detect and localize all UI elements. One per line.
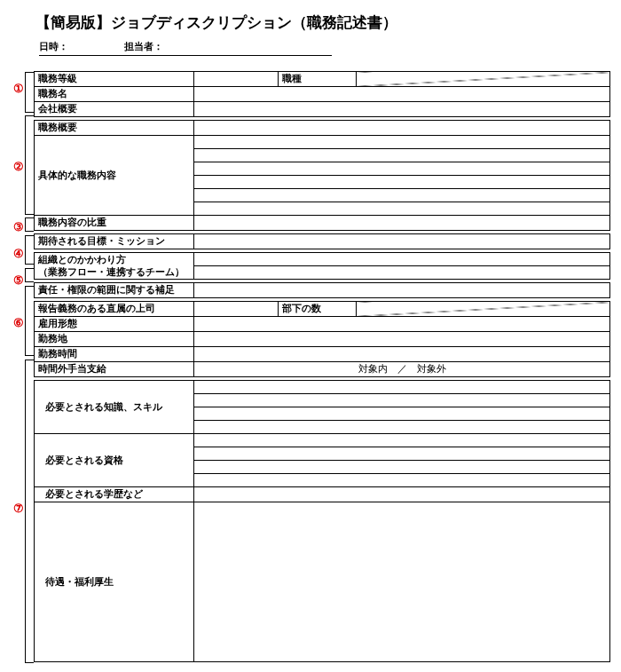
- row-company-value: [194, 102, 610, 117]
- date-label: 日時：: [39, 41, 68, 51]
- row-detail-2: [194, 149, 610, 162]
- row-relation-sub: （業務フロー・連携するチーム）: [38, 266, 190, 279]
- bracket-3: [25, 217, 34, 232]
- section-6: 報告義務のある直属の上司 部下の数 雇用形態 勤務地 勤務時間 時間外手当支給 …: [34, 301, 610, 377]
- row-knowledge-1: [194, 381, 610, 394]
- row-qualification-3: [194, 461, 610, 474]
- row-mission-label: 期待される目標・ミッション: [35, 234, 194, 249]
- row-welfare-label: 待遇・福利厚生: [35, 502, 194, 662]
- row-authority-label: 責任・権限の範囲に関する補足: [35, 283, 194, 298]
- bracket-2: [25, 115, 34, 215]
- section-1: 職務等級 職種 職務名 会社概要: [34, 71, 610, 117]
- row-qualification-2: [194, 447, 610, 461]
- row-education-label: 必要とされる学歴など: [35, 487, 194, 502]
- row-qualification-1: [194, 434, 610, 447]
- row-detail-1: [194, 136, 610, 149]
- row-knowledge-2: [194, 394, 610, 407]
- row-qualification-label: 必要とされる資格: [35, 434, 194, 487]
- row-overview-label: 職務概要: [35, 121, 194, 136]
- section-4: 組織とのかかわり方 （業務フロー・連携するチーム）: [34, 252, 610, 280]
- row-knowledge-3: [194, 407, 610, 421]
- row-subordinates-value: [357, 302, 610, 317]
- row-detail-4: [194, 176, 610, 189]
- row-location-label: 勤務地: [35, 332, 194, 347]
- row-relation-main: 組織とのかかわり方: [38, 254, 190, 266]
- row-company-label: 会社概要: [35, 102, 194, 117]
- row-name-value: [194, 87, 610, 102]
- row-grade-label: 職務等級: [35, 72, 194, 87]
- row-type-label: 職種: [279, 72, 357, 87]
- section-5: 責任・権限の範囲に関する補足: [34, 282, 610, 298]
- row-subordinates-label: 部下の数: [279, 302, 357, 317]
- row-detail-5: [194, 189, 610, 202]
- row-weight-label: 職務内容の比重: [35, 216, 194, 231]
- row-boss-value: [194, 302, 279, 317]
- meta-line: 日時： 担当者：: [0, 33, 621, 56]
- row-detail-3: [194, 162, 610, 176]
- row-mission-value: [194, 234, 610, 249]
- row-qualification-4: [194, 474, 610, 487]
- row-overtime-value: 対象内 ／ 対象外: [194, 362, 610, 377]
- row-employment-value: [194, 317, 610, 332]
- row-weight-value: [194, 216, 610, 231]
- row-knowledge-label: 必要とされる知識、スキル: [35, 381, 194, 434]
- person-label: 担当者：: [124, 41, 163, 51]
- row-relation-value-2: [194, 266, 610, 280]
- row-education-value: [194, 487, 610, 502]
- bracket-4: [25, 235, 34, 265]
- section-3: 期待される目標・ミッション: [34, 233, 610, 249]
- row-knowledge-4: [194, 421, 610, 434]
- bracket-6: [25, 286, 34, 356]
- row-overtime-label: 時間外手当支給: [35, 362, 194, 377]
- row-relation-label: 組織とのかかわり方 （業務フロー・連携するチーム）: [35, 253, 194, 280]
- bracket-7: [25, 360, 34, 663]
- row-relation-value-1: [194, 253, 610, 266]
- bracket-1: [25, 72, 34, 113]
- row-detail-label: 具体的な職務内容: [35, 136, 194, 216]
- row-hours-value: [194, 347, 610, 362]
- row-hours-label: 勤務時間: [35, 347, 194, 362]
- row-name-label: 職務名: [35, 87, 194, 102]
- row-boss-label: 報告義務のある直属の上司: [35, 302, 194, 317]
- row-type-value: [357, 72, 610, 87]
- document-title: 【簡易版】ジョブディスクリプション（職務記述書）: [0, 0, 621, 33]
- row-location-value: [194, 332, 610, 347]
- bracket-5: [25, 268, 34, 282]
- row-detail-6: [194, 202, 610, 216]
- row-employment-label: 雇用形態: [35, 317, 194, 332]
- section-7: 必要とされる知識、スキル 必要とされる資格 必要とされる学歴など 待遇・福利厚生: [34, 380, 610, 662]
- form-sheet: 職務等級 職種 職務名 会社概要 職務概要 具体的な職務内容 職務内容の比重 期…: [34, 71, 610, 662]
- row-authority-value: [194, 283, 610, 298]
- row-grade-value: [194, 72, 279, 87]
- section-2: 職務概要 具体的な職務内容 職務内容の比重: [34, 120, 610, 231]
- row-overview-value: [194, 121, 610, 136]
- row-welfare-value: [194, 502, 610, 662]
